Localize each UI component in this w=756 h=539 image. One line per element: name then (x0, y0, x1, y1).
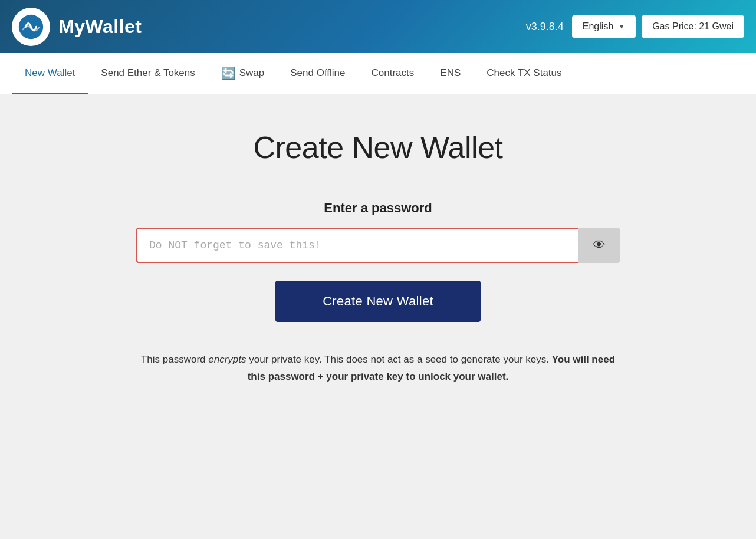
toggle-password-button[interactable]: 👁 (578, 228, 620, 263)
page-title: Create New Wallet (253, 130, 502, 165)
password-label: Enter a password (324, 201, 432, 216)
tab-ens[interactable]: ENS (427, 54, 474, 94)
swap-icon: 🔄 (221, 66, 236, 80)
create-wallet-button[interactable]: Create New Wallet (275, 281, 481, 322)
version-label: v3.9.8.4 (526, 21, 564, 33)
language-label: English (583, 21, 613, 32)
header: MyWallet v3.9.8.4 English ▼ Gas Price: 2… (0, 0, 756, 53)
info-text: This password encrypts your private key.… (136, 351, 620, 386)
password-input-row: 👁 (136, 228, 620, 263)
password-section: Enter a password 👁 Create New Wallet Thi… (136, 201, 620, 386)
eye-icon: 👁 (593, 238, 606, 253)
language-button[interactable]: English ▼ (572, 15, 636, 38)
tab-swap[interactable]: 🔄 Swap (208, 54, 278, 94)
header-controls: v3.9.8.4 English ▼ Gas Price: 21 Gwei (526, 15, 744, 38)
password-input[interactable] (136, 228, 578, 263)
main-content: Create New Wallet Enter a password 👁 Cre… (0, 94, 756, 539)
navigation: New Wallet Send Ether & Tokens 🔄 Swap Se… (0, 53, 756, 94)
tab-send-ether-tokens[interactable]: Send Ether & Tokens (88, 54, 208, 94)
tab-check-tx-status[interactable]: Check TX Status (474, 54, 574, 94)
tab-new-wallet[interactable]: New Wallet (12, 54, 88, 94)
logo-icon (18, 14, 44, 40)
app-title: MyWallet (58, 16, 142, 38)
tab-contracts[interactable]: Contracts (359, 54, 428, 94)
gas-price-display: Gas Price: 21 Gwei (642, 15, 744, 38)
logo-area: MyWallet (12, 8, 142, 46)
logo-circle (12, 8, 50, 46)
tab-send-offline[interactable]: Send Offline (277, 54, 358, 94)
chevron-down-icon: ▼ (618, 22, 625, 31)
